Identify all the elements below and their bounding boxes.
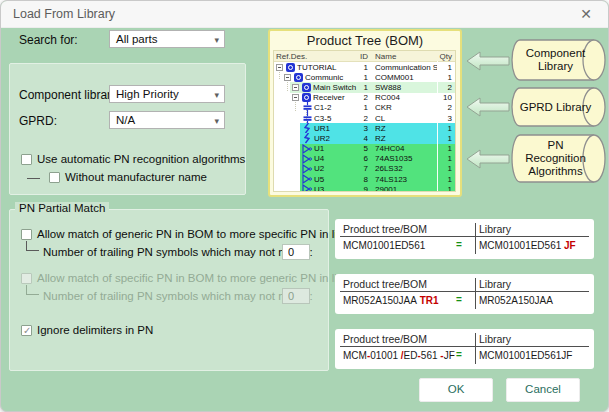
close-icon[interactable]: ✕ [577, 5, 595, 23]
without-mfr-checkbox[interactable] [49, 172, 60, 183]
search-for-dropdown[interactable]: All parts ▾ [109, 30, 225, 48]
tree-rows: TUTORIAL1Communication System1Communic1C… [274, 62, 455, 192]
tree-cell-cname: 26LS32 [375, 164, 437, 173]
tree-cell-cqty: 1 [432, 134, 452, 143]
search-for-label: Search for: [19, 33, 78, 47]
tree-cell-cid: 1 [332, 103, 368, 112]
bom-part-number: MCM-01001 /ED-561 -JF [343, 350, 455, 361]
col-name: Name [375, 52, 396, 61]
generic-trailing-input[interactable] [282, 244, 310, 260]
pn-recognition-cylinder: PN Recognition Algorithms [509, 134, 607, 183]
tree-row[interactable]: U1574HC041 [274, 144, 455, 154]
tree-row[interactable]: TUTORIAL1Communication System1 [274, 62, 455, 72]
component-library-cylinder: Component Library [509, 39, 607, 81]
product-tree-table[interactable]: Ref.Des. ID Name Qty TUTORIAL1Communicat… [273, 50, 456, 192]
tree-row[interactable]: UR24RZ1 [274, 133, 455, 143]
tree-cell-cname: CL [375, 114, 437, 123]
library-header: Library [479, 278, 511, 290]
chevron-down-icon: ▾ [214, 32, 219, 48]
arrow-left-icon [466, 97, 510, 117]
match-example-3: Product tree/BOM Library MCM-01001 /ED-5… [335, 329, 594, 369]
expander-icon[interactable] [292, 94, 299, 101]
col-qty: Qty [432, 52, 452, 61]
tree-cell-cid: 7 [332, 164, 368, 173]
tree-cell-rd: TUTORIAL [297, 63, 336, 72]
gprd-library-cylinder: GPRD Library [509, 87, 607, 127]
tree-cell-rd: C3-5 [314, 114, 331, 123]
tree-cell-cqty: 3 [432, 114, 452, 123]
tree-cell-cname: RC004 [375, 93, 437, 102]
expander-icon[interactable] [276, 64, 283, 71]
tree-cell-cid: 8 [332, 175, 368, 184]
tree-cell-cqty: 1 [432, 73, 452, 82]
tree-cell-cid: 3 [332, 124, 368, 133]
search-for-value: All parts [116, 33, 158, 45]
generic-to-specific-label: Allow match of generic PN in BOM to more… [37, 228, 363, 240]
tree-cell-rd: U2 [314, 164, 324, 173]
tree-row[interactable]: U5874LS1231 [274, 174, 455, 184]
equals-sign: = [448, 239, 470, 250]
arrow-left-icon [466, 51, 510, 71]
chevron-down-icon: ▾ [214, 113, 219, 129]
tree-row[interactable]: U39290011 [274, 184, 455, 192]
use-auto-pn-label: Use automatic PN recognition algorithms [37, 153, 245, 165]
component-library-legend-label: Component Library [509, 39, 607, 81]
chevron-down-icon: ▾ [214, 87, 219, 103]
use-auto-pn-checkbox[interactable] [21, 154, 32, 165]
gprd-label: GPRD: [19, 114, 57, 128]
gprd-dropdown[interactable]: N/A ▾ [109, 111, 225, 129]
tree-row[interactable]: Main Switch1SW8882 [274, 82, 455, 92]
tree-cell-cname: 74LS123 [375, 175, 437, 184]
gprd-library-legend-label: GPRD Library [509, 87, 607, 127]
tree-row[interactable]: U2726LS321 [274, 164, 455, 174]
tree-cell-cid: 1 [332, 73, 368, 82]
tree-row[interactable]: U4674AS10351 [274, 154, 455, 164]
ok-button[interactable]: OK [419, 378, 493, 402]
tree-cell-cname: 74HC04 [375, 144, 437, 153]
tree-row[interactable]: C3-52CL3 [274, 113, 455, 123]
specific-trailing-input [282, 288, 310, 304]
library-part-number: MCM01001ED561 JF [479, 240, 576, 251]
specific-to-generic-label: Allow match of specific PN in BOM to mor… [37, 272, 363, 284]
bom-header: Product tree/BOM [343, 278, 427, 290]
tree-cell-rd: U3 [314, 185, 324, 192]
tree-row[interactable]: C1-21CKR2 [274, 103, 455, 113]
generic-to-specific-checkbox[interactable] [21, 229, 32, 240]
tree-cell-cname: RZ [375, 134, 437, 143]
tree-row[interactable]: Receiver2RC00410 [274, 93, 455, 103]
tree-cell-cqty: 1 [432, 164, 452, 173]
tree-cell-cqty: 1 [432, 144, 452, 153]
tree-cell-cname: CKR [375, 103, 437, 112]
connector-line [27, 178, 40, 179]
equals-sign: = [448, 294, 470, 305]
connector-line [26, 285, 39, 295]
tree-cell-cqty: 1 [432, 63, 452, 72]
tree-cell-cname: 74AS1035 [375, 154, 437, 163]
expander-icon[interactable] [284, 74, 291, 81]
tree-cell-cqty: 1 [432, 175, 452, 184]
tree-cell-cqty: 1 [432, 185, 452, 192]
load-from-library-dialog: Load From Library ✕ Search for: All part… [0, 0, 609, 412]
bom-header: Product tree/BOM [343, 223, 427, 235]
gate-icon [302, 184, 312, 192]
component-library-dropdown[interactable]: High Priority ▾ [109, 85, 225, 103]
product-tree-panel: Product Tree (BOM) Ref.Des. ID Name Qty … [268, 29, 462, 197]
tree-cell-cqty: 10 [432, 93, 452, 102]
ignore-delimiters-checkbox[interactable] [21, 325, 32, 336]
match-example-2: Product tree/BOM Library MR052A150JAA TR… [335, 274, 594, 314]
arrow-left-icon [466, 149, 510, 169]
tree-cell-rd: U4 [314, 154, 324, 163]
tree-row[interactable]: UR13RZ1 [274, 123, 455, 133]
tree-row[interactable]: Communic1COMM0011 [274, 72, 455, 82]
tree-cell-cqty: 1 [432, 154, 452, 163]
header-rule [340, 236, 589, 237]
column-divider [475, 278, 476, 309]
library-part-number: MCM01001ED561JF [479, 350, 572, 361]
generic-trailing-label: Number of trailing PN symbols which may … [43, 246, 313, 258]
tree-cell-cid: 2 [332, 93, 368, 102]
tree-cell-cid: 5 [332, 144, 368, 153]
expander-icon[interactable] [292, 84, 299, 91]
cancel-button[interactable]: Cancel [506, 378, 580, 402]
component-library-label: Component library: [19, 88, 120, 102]
tree-cell-cid: 1 [332, 63, 368, 72]
